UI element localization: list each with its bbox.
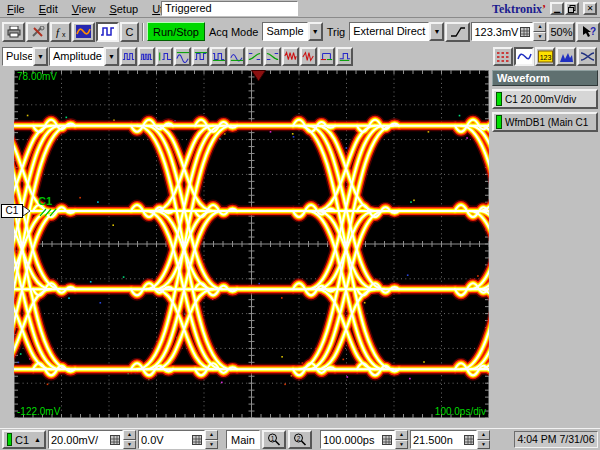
keypad-icon[interactable] bbox=[464, 435, 474, 445]
minimize-button[interactable]: ▁ bbox=[550, 2, 564, 15]
menu-file[interactable]: File bbox=[0, 1, 32, 17]
trigger-level-spinner[interactable]: ▲ ▼ bbox=[533, 22, 546, 41]
measure-subcategory-select[interactable]: Amplitude ▼ bbox=[49, 47, 119, 66]
keypad-icon[interactable] bbox=[520, 27, 530, 37]
horizontal-position-spinner[interactable]: ▲ ▼ bbox=[477, 430, 490, 449]
trigger-source-select[interactable]: External Direct ▼ bbox=[349, 22, 444, 41]
waveform-panel: Waveform C1 20.00mV/div WfmDB1 (Main C1 bbox=[492, 70, 598, 426]
menu-view[interactable]: View bbox=[65, 1, 103, 17]
trigger-level-field[interactable]: 123.3mV ▲ ▼ bbox=[471, 22, 546, 41]
pulse-low-icon[interactable] bbox=[210, 47, 227, 66]
spin-up-icon[interactable]: ▲ bbox=[533, 22, 546, 32]
cycle-wave-icon[interactable] bbox=[228, 47, 245, 66]
spike-red-1-icon[interactable] bbox=[282, 47, 299, 66]
spin-down-icon[interactable]: ▼ bbox=[205, 440, 218, 450]
magnify-2-button[interactable]: 2 bbox=[288, 430, 312, 449]
keypad-icon[interactable] bbox=[192, 435, 202, 445]
trace-label-text: C1 bbox=[38, 195, 52, 207]
menu-setup[interactable]: Setup bbox=[102, 1, 145, 17]
width-markers-icon[interactable] bbox=[318, 47, 335, 66]
vertical-offset-spinner[interactable]: ▲ ▼ bbox=[205, 430, 218, 449]
set-to-50-button[interactable]: 50% bbox=[547, 22, 575, 42]
measure-category-value: Pulse bbox=[2, 47, 33, 66]
rise-slope-icon[interactable] bbox=[246, 47, 263, 66]
waveform-view-button[interactable] bbox=[72, 22, 95, 42]
channel-color-swatch bbox=[496, 92, 502, 106]
histogram-icon[interactable] bbox=[556, 47, 576, 66]
math-fx-button[interactable]: fx bbox=[50, 22, 71, 42]
eye-mask-icon[interactable] bbox=[577, 47, 597, 66]
fall-slope-icon[interactable] bbox=[264, 47, 281, 66]
trigger-level-value: 123.3mV bbox=[474, 26, 518, 38]
measure-subcategory-value: Amplitude bbox=[49, 47, 104, 66]
vertical-scale-spinner[interactable]: ▲ ▼ bbox=[123, 430, 136, 449]
dashed-cursors-icon[interactable] bbox=[493, 47, 513, 66]
vertical-top-readout: 78.00mV bbox=[17, 71, 57, 82]
spin-down-icon[interactable]: ▼ bbox=[533, 32, 546, 42]
sine-amplitude-icon[interactable] bbox=[174, 47, 191, 66]
channel-position-marker[interactable]: C1 bbox=[1, 204, 30, 218]
gated-pulse-icon[interactable] bbox=[156, 47, 173, 66]
delay-markers-icon[interactable] bbox=[336, 47, 353, 66]
horizontal-position-value: 21.500n bbox=[413, 434, 462, 446]
vertical-scale-field[interactable]: 20.00mV/ ▲ ▼ bbox=[48, 430, 136, 449]
fx-icon: fx bbox=[54, 26, 68, 38]
restore-icon bbox=[568, 5, 576, 13]
restore-button[interactable] bbox=[565, 2, 579, 15]
spin-up-icon[interactable]: ▲ bbox=[123, 430, 136, 440]
toolbar-separator bbox=[142, 23, 144, 41]
vertical-offset-field[interactable]: 0.0V ▲ ▼ bbox=[138, 430, 218, 449]
horizontal-scale-value: 100.000ps bbox=[323, 434, 380, 446]
spin-down-icon[interactable]: ▼ bbox=[477, 440, 490, 450]
waveform-entry-wfmdb1[interactable]: WfmDB1 (Main C1 bbox=[492, 112, 598, 132]
chevron-down-icon[interactable]: ▼ bbox=[104, 47, 119, 66]
trigger-status-readout: Triggered bbox=[161, 1, 298, 16]
waveform-entry-c1[interactable]: C1 20.00mV/div bbox=[492, 89, 598, 109]
acq-mode-select[interactable]: Sample ▼ bbox=[262, 22, 322, 41]
chevron-down-icon[interactable]: ▼ bbox=[429, 22, 444, 41]
chevron-down-icon[interactable]: ▼ bbox=[308, 22, 323, 41]
spin-down-icon[interactable]: ▼ bbox=[395, 440, 408, 450]
horizontal-scale-field[interactable]: 100.000ps ▲ ▼ bbox=[320, 430, 408, 449]
run-stop-button[interactable]: Run/Stop bbox=[147, 22, 205, 41]
trigger-slope-button[interactable] bbox=[445, 22, 470, 42]
spike-red-2-icon[interactable] bbox=[300, 47, 317, 66]
context-help-button[interactable]: ? bbox=[576, 22, 600, 42]
channel-select-button[interactable]: C1 ▲ bbox=[2, 430, 46, 449]
oscilloscope-application: File Edit View Setup Utilities Help Trig… bbox=[0, 0, 600, 450]
timebase-readout: 100.0ps/div bbox=[435, 406, 486, 417]
measurement-buttons bbox=[120, 47, 353, 66]
horizontal-scale-spinner[interactable]: ▲ ▼ bbox=[395, 430, 408, 449]
spin-down-icon[interactable]: ▼ bbox=[123, 440, 136, 450]
measure-category-select[interactable]: Pulse ▼ bbox=[2, 47, 48, 66]
magnify-1-button[interactable]: 1 bbox=[262, 430, 286, 449]
channel-color-swatch bbox=[496, 115, 502, 129]
print-button[interactable] bbox=[2, 22, 25, 42]
keypad-icon[interactable] bbox=[110, 435, 120, 445]
datetime-readout: 4:04 PM 7/31/06 bbox=[514, 431, 598, 448]
readout-123-icon[interactable]: 123 bbox=[535, 47, 555, 66]
magnifier-2-icon: 2 bbox=[293, 433, 307, 446]
clear-button[interactable]: C bbox=[120, 22, 139, 42]
chevron-down-icon[interactable]: ▼ bbox=[33, 47, 48, 66]
spin-up-icon[interactable]: ▲ bbox=[205, 430, 218, 440]
menu-edit[interactable]: Edit bbox=[32, 1, 65, 17]
pulse-high-icon[interactable] bbox=[192, 47, 209, 66]
trigger-position-marker[interactable] bbox=[251, 70, 266, 82]
printer-icon bbox=[7, 26, 21, 38]
help-pointer-icon: ? bbox=[581, 25, 596, 38]
square-wave-train-icon[interactable] bbox=[138, 47, 155, 66]
horizontal-position-field[interactable]: 21.500n ▲ ▼ bbox=[410, 430, 490, 449]
timebase-main-button[interactable]: Main bbox=[226, 430, 260, 449]
spin-up-icon[interactable]: ▲ bbox=[477, 430, 490, 440]
waveform-trace-icon[interactable] bbox=[514, 47, 534, 66]
tools-button[interactable] bbox=[26, 22, 49, 42]
close-button[interactable]: ✕ bbox=[583, 2, 597, 15]
square-wave-1-icon[interactable] bbox=[120, 47, 137, 66]
pulse-view-button[interactable] bbox=[96, 22, 119, 42]
waveform-entry-label: WfmDB1 (Main C1 bbox=[505, 117, 588, 128]
keypad-icon[interactable] bbox=[382, 435, 392, 445]
graticule: 78.00mV -122.0mV 100.0ps/div C1 bbox=[14, 70, 489, 418]
svg-text:123: 123 bbox=[539, 54, 551, 61]
spin-up-icon[interactable]: ▲ bbox=[395, 430, 408, 440]
